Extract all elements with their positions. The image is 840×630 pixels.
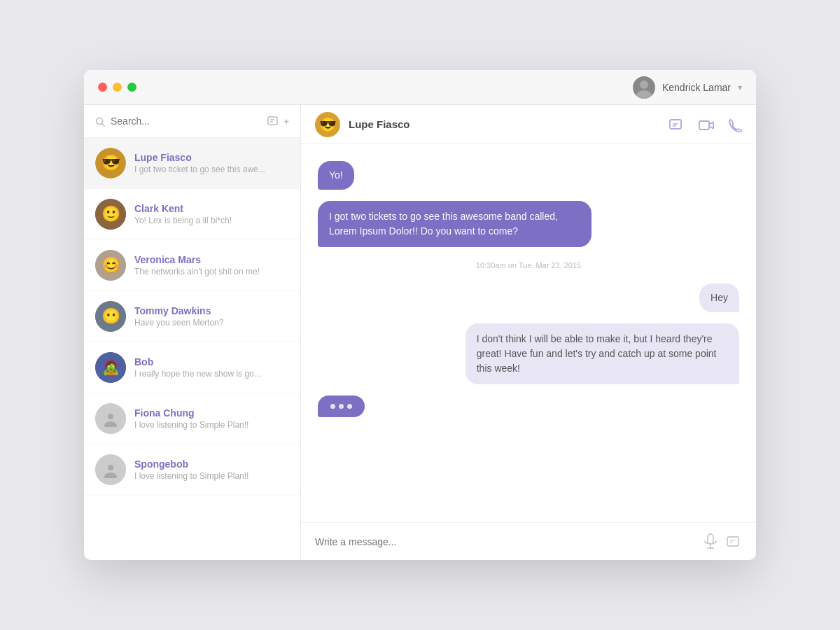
contact-preview: I love listening to Simple Plan!! (134, 471, 289, 481)
contact-name: Clark Kent (134, 203, 289, 214)
phone-icon[interactable] (728, 116, 742, 132)
contact-preview: Have you seen Merton? (134, 318, 289, 328)
timestamp: 10:30am on Tue, Mar 23, 2015 (318, 261, 739, 270)
svg-rect-4 (268, 117, 277, 125)
maximize-button[interactable] (127, 83, 136, 92)
contact-info: Tommy DawkinsHave you seen Merton? (134, 305, 289, 328)
search-bar: + (84, 105, 300, 138)
avatar: 🙂 (95, 199, 126, 230)
svg-point-7 (108, 414, 113, 419)
typing-indicator-row (318, 396, 739, 417)
contact-info: BobI really hope the new show is go... (134, 356, 289, 379)
main-content: + 😎Lupe FiascoI got two ticket to go see… (84, 105, 756, 560)
message-row: I don't think I will be able to make it,… (318, 323, 739, 384)
app-window: Kendrick Lamar ▾ (84, 70, 756, 560)
chat-panel: 😎 Lupe Fiasco (301, 105, 756, 560)
svg-point-1 (636, 90, 652, 99)
contact-item-bob[interactable]: 🧟BobI really hope the new show is go... (84, 342, 300, 393)
contact-info: Fiona ChungI love listening to Simple Pl… (134, 407, 289, 430)
contact-item-tommy[interactable]: 😶Tommy DawkinsHave you seen Merton? (84, 291, 300, 342)
contact-name: Fiona Chung (134, 407, 289, 419)
input-actions (704, 533, 742, 550)
contact-item-spongebob[interactable]: SpongebobI love listening to Simple Plan… (84, 444, 300, 496)
contact-info: Clark KentYo! Lex is being a lil bi*ch! (134, 203, 289, 225)
chat-header: 😎 Lupe Fiasco (301, 105, 756, 144)
contact-name: Tommy Dawkins (134, 305, 289, 316)
svg-point-9 (108, 465, 113, 470)
chat-header-avatar: 😎 (315, 112, 340, 137)
contact-preview: Yo! Lex is being a lil bi*ch! (134, 216, 289, 225)
avatar: 😶 (95, 301, 126, 332)
message-bubble: I don't think I will be able to make it,… (465, 323, 739, 384)
user-profile[interactable]: Kendrick Lamar ▾ (633, 76, 742, 99)
send-icon[interactable] (727, 533, 742, 550)
chat-messages: Yo! I got two tickets to go see this awe… (301, 144, 756, 522)
contact-preview: I really hope the new show is go... (134, 369, 289, 379)
compose-plus-icon: + (284, 116, 289, 127)
contact-item-clark[interactable]: 🙂Clark KentYo! Lex is being a lil bi*ch! (84, 189, 300, 240)
user-name: Kendrick Lamar (662, 82, 731, 93)
contact-name: Veronica Mars (134, 254, 289, 265)
message-row: I got two tickets to go see this awesome… (318, 201, 739, 247)
chat-header-left: 😎 Lupe Fiasco (315, 112, 410, 137)
title-bar: Kendrick Lamar ▾ (84, 70, 756, 105)
minimize-button[interactable] (113, 83, 122, 92)
message-bubble: Yo! (318, 161, 354, 190)
typing-dot (330, 404, 335, 409)
typing-dot (339, 404, 344, 409)
close-button[interactable] (98, 83, 107, 92)
microphone-icon[interactable] (704, 533, 717, 550)
contact-info: SpongebobI love listening to Simple Plan… (134, 458, 289, 481)
compose-icon (267, 115, 280, 127)
svg-point-10 (104, 472, 117, 478)
contacts-list: 😎Lupe FiascoI got two ticket to go see t… (84, 138, 300, 560)
contact-name: Bob (134, 356, 289, 368)
avatar (633, 76, 655, 99)
search-inner (95, 115, 267, 127)
svg-rect-18 (727, 537, 738, 546)
contact-name: Spongebob (134, 458, 289, 470)
chevron-down-icon: ▾ (738, 83, 742, 92)
avatar: 😎 (95, 148, 126, 178)
window-controls (98, 83, 136, 92)
contact-info: Veronica MarsThe networks ain't got shit… (134, 254, 289, 276)
message-row: Yo! (318, 161, 739, 190)
chat-contact-name: Lupe Fiasco (349, 118, 410, 130)
sidebar: + 😎Lupe FiascoI got two ticket to go see… (84, 105, 301, 560)
contact-info: Lupe FiascoI got two ticket to go see th… (134, 152, 289, 174)
svg-point-8 (104, 421, 117, 427)
chat-header-actions (669, 116, 742, 132)
message-row: Hey (318, 284, 739, 312)
contact-item-veronica[interactable]: 😊Veronica MarsThe networks ain't got shi… (84, 240, 300, 291)
contact-preview: The networks ain't got shit on me! (134, 267, 289, 276)
svg-rect-15 (708, 534, 713, 544)
avatar (95, 403, 126, 434)
search-icon (95, 115, 105, 127)
contact-item-fiona[interactable]: Fiona ChungI love listening to Simple Pl… (84, 393, 300, 444)
compose-button[interactable]: + (267, 115, 289, 127)
message-bubble: I got two tickets to go see this awesome… (318, 201, 592, 247)
contact-preview: I got two ticket to go see this awe... (134, 164, 289, 174)
avatar: 😊 (95, 250, 126, 281)
contact-preview: I love listening to Simple Plan!! (134, 420, 289, 430)
message-input[interactable] (315, 536, 694, 547)
message-input-bar (301, 522, 756, 560)
avatar: 🧟 (95, 352, 126, 383)
typing-dot (347, 404, 352, 409)
avatar (95, 454, 126, 485)
chat-icon[interactable] (669, 116, 685, 132)
contact-item-lupe[interactable]: 😎Lupe FiascoI got two ticket to go see t… (84, 138, 300, 189)
svg-rect-14 (699, 121, 709, 130)
svg-point-0 (640, 80, 648, 89)
message-bubble: Hey (699, 284, 739, 312)
contact-name: Lupe Fiasco (134, 152, 289, 163)
search-input[interactable] (111, 115, 267, 127)
video-icon[interactable] (699, 116, 714, 132)
typing-bubble (318, 396, 365, 417)
svg-line-3 (102, 124, 105, 127)
